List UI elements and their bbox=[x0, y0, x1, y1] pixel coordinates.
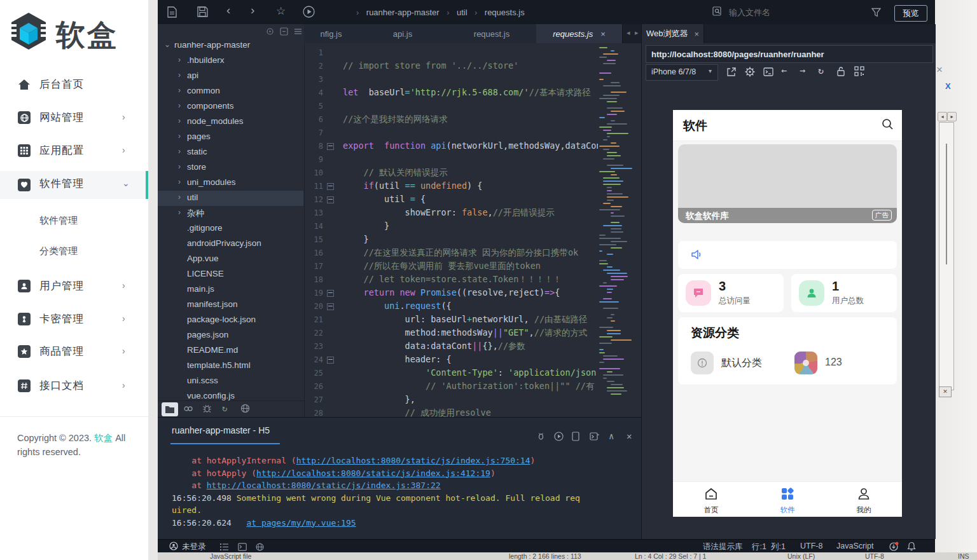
tree-item[interactable]: template.h5.html bbox=[158, 359, 303, 374]
tree-item[interactable]: ›uni_modules bbox=[158, 175, 303, 191]
open-external-icon[interactable] bbox=[726, 67, 737, 79]
tree-item[interactable]: uni.scss bbox=[158, 374, 303, 389]
code-line[interactable]: 7 bbox=[304, 126, 598, 139]
fold-marker-icon[interactable] bbox=[327, 196, 334, 203]
code-line[interactable]: 4let baseUrl='http://rjk.5-688.com/'//基本… bbox=[304, 86, 598, 99]
code-line[interactable]: 6//这个是我封装的网络请求 bbox=[304, 113, 598, 126]
fold-marker-icon[interactable] bbox=[327, 183, 334, 190]
collapse-folders-icon[interactable] bbox=[280, 27, 288, 38]
sidebar-item-website[interactable]: 网站管理 › bbox=[0, 105, 148, 130]
code-line[interactable]: 19return new Promise((resolve,reject)=>{ bbox=[304, 286, 598, 299]
code-line[interactable]: 9 bbox=[304, 153, 598, 166]
code-line[interactable]: 18// let token=store.state.Token！！！！！ bbox=[304, 273, 598, 286]
code-line[interactable]: 28// 成功使用resolve bbox=[304, 406, 598, 417]
code-line[interactable]: 27}, bbox=[304, 393, 598, 406]
category-item-123[interactable]: 123 bbox=[794, 352, 883, 377]
tab-web-browser[interactable]: Web浏览器 × bbox=[642, 24, 704, 43]
code-line[interactable]: 23data:dataCont||{},//参数 bbox=[304, 339, 598, 353]
code-line[interactable]: 14} bbox=[304, 219, 598, 233]
code-line[interactable]: 22method:methodsWay||"GET",//请求的方式 bbox=[304, 326, 598, 339]
tree-item[interactable]: ›util bbox=[158, 191, 303, 206]
save-icon[interactable] bbox=[197, 6, 208, 20]
sidebar-subitem-category-manage[interactable]: 分类管理 bbox=[0, 240, 148, 263]
tree-item[interactable]: .gitignore bbox=[158, 221, 303, 236]
tab-scroll-right-icon[interactable]: ▸ bbox=[635, 29, 639, 37]
scroll-left-button[interactable]: ◂ bbox=[938, 112, 947, 121]
lock-icon[interactable] bbox=[836, 66, 845, 79]
code-line[interactable]: 16//在这里发送真正的网络请求 因为你的部分接口携带ok bbox=[304, 246, 598, 259]
tree-item[interactable]: ›static bbox=[158, 145, 303, 160]
console-link[interactable]: http://localhost:8080/static/js/index.js… bbox=[207, 481, 441, 490]
reload-icon[interactable]: ↻ bbox=[818, 65, 824, 76]
banner-ad[interactable]: 软盒软件库 广告 bbox=[678, 144, 897, 223]
background-close-button[interactable]: ✕ bbox=[939, 386, 952, 397]
tree-item[interactable]: ›store bbox=[158, 160, 303, 175]
background-scrollbar[interactable] bbox=[939, 122, 954, 390]
breadcrumb-project[interactable]: ruanher-app-master bbox=[366, 8, 440, 17]
console-terminal-icon[interactable] bbox=[590, 432, 599, 443]
favorite-icon[interactable]: ☆ bbox=[276, 4, 286, 18]
breadcrumb-file[interactable]: requests.js bbox=[485, 8, 525, 17]
console-link[interactable]: http://localhost:8080/static/js/index.js… bbox=[256, 468, 490, 478]
code-line[interactable]: 8export function api(networkUrl,methodsW… bbox=[304, 139, 598, 153]
encoding-status[interactable]: UTF-8 bbox=[800, 542, 822, 550]
language-status[interactable]: JavaScript bbox=[836, 542, 873, 550]
code-line[interactable]: 15} bbox=[304, 233, 598, 246]
copyright-brand-link[interactable]: 软盒 bbox=[94, 433, 113, 443]
tree-item[interactable]: App.vue bbox=[158, 252, 303, 267]
code-editor[interactable]: 12// import store from '../../store'34le… bbox=[304, 46, 598, 417]
scrollbar-thumb[interactable] bbox=[946, 144, 947, 264]
sidebar-item-home[interactable]: 后台首页 bbox=[0, 72, 148, 97]
tree-item[interactable]: ›api bbox=[158, 69, 303, 84]
console-clear-icon[interactable]: ✕ bbox=[627, 431, 632, 441]
sidebar-item-software[interactable]: 软件管理 ⌄ bbox=[0, 171, 148, 199]
syntax-lib-status[interactable]: 语法提示库 bbox=[703, 542, 743, 552]
tab-requests-js[interactable]: requests.js × bbox=[536, 24, 623, 43]
tab-close-icon[interactable]: × bbox=[600, 29, 606, 39]
console-link[interactable]: http://localhost:8080/static/js/index.js… bbox=[296, 456, 530, 465]
code-line[interactable]: 2// import store from '../../store' bbox=[304, 59, 598, 72]
tab-config-js[interactable]: nfig.js bbox=[304, 24, 359, 43]
code-line[interactable]: 11if(util == undefined) { bbox=[304, 179, 598, 193]
nav-back-icon[interactable]: ← bbox=[781, 65, 787, 76]
tree-item[interactable]: LICENSE bbox=[158, 267, 303, 282]
locate-file-icon[interactable] bbox=[266, 27, 274, 38]
nav-forward-icon[interactable]: → bbox=[800, 65, 805, 76]
code-line[interactable]: 25'Content-Type': 'application/json' bbox=[304, 366, 598, 379]
breadcrumb-folder[interactable]: util bbox=[457, 8, 468, 17]
back-icon[interactable]: ‹ bbox=[226, 3, 230, 17]
tree-item[interactable]: vue.config.js bbox=[158, 389, 303, 404]
settings-gear-icon[interactable] bbox=[745, 67, 755, 79]
fold-marker-icon[interactable] bbox=[327, 290, 334, 297]
tree-item[interactable]: main.js bbox=[158, 282, 303, 297]
search-icon[interactable] bbox=[882, 118, 894, 133]
tree-item[interactable]: pages.json bbox=[158, 328, 303, 343]
login-status[interactable]: 未登录 bbox=[182, 542, 206, 552]
console-output[interactable]: at hotApplyInternal (http://localhost:80… bbox=[172, 456, 636, 530]
account-icon[interactable] bbox=[169, 542, 178, 553]
tab-request-js[interactable]: request.js bbox=[447, 24, 537, 43]
filter-icon[interactable] bbox=[871, 8, 881, 20]
sidebar-item-app-config[interactable]: 应用配置 › bbox=[0, 138, 148, 163]
code-line[interactable]: 1 bbox=[304, 46, 598, 59]
web-tool-icon[interactable] bbox=[240, 404, 250, 416]
run-icon[interactable] bbox=[303, 6, 315, 20]
console-link[interactable]: at pages/my/my.vue:195 bbox=[246, 518, 356, 528]
sidebar-subitem-software-manage[interactable]: 软件管理 bbox=[0, 210, 148, 233]
code-line[interactable]: 3 bbox=[304, 72, 598, 86]
tree-item[interactable]: ›杂种 bbox=[158, 206, 303, 221]
sidebar-item-api-docs[interactable]: 接口文档 › bbox=[0, 373, 148, 399]
app-tab-mine[interactable]: 我的 bbox=[838, 487, 889, 515]
code-line[interactable]: 20uni.request({ bbox=[304, 299, 598, 313]
console-device-icon[interactable] bbox=[572, 432, 579, 443]
preview-button[interactable]: 预览 bbox=[894, 5, 927, 22]
tree-item[interactable]: ›common bbox=[158, 84, 303, 99]
tree-item[interactable]: package-lock.json bbox=[158, 313, 303, 328]
code-line[interactable]: 13showError: false,//开启错误提示 bbox=[304, 206, 598, 219]
explorer-menu-icon[interactable] bbox=[294, 27, 302, 38]
tree-item[interactable]: manifest.json bbox=[158, 297, 303, 313]
tree-item[interactable]: ›components bbox=[158, 99, 303, 114]
forward-icon[interactable]: › bbox=[251, 3, 254, 17]
app-tab-home[interactable]: 首页 bbox=[686, 487, 737, 515]
console-tab[interactable]: ruanher-app-master - H5 bbox=[172, 425, 270, 435]
